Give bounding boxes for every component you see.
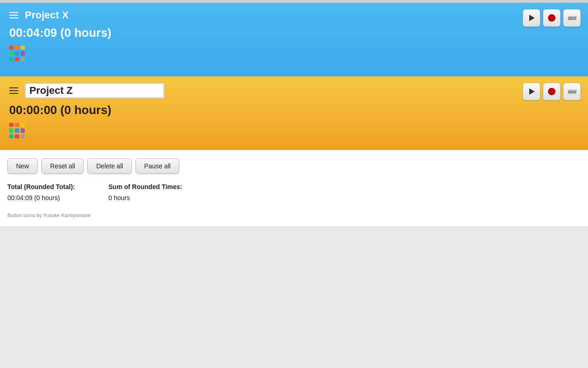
grid-dot [21,123,25,127]
play-icon-2 [529,88,535,95]
hash-icon-1: ### [568,15,577,22]
grid-dot [21,46,25,50]
project-x-title: Project X [25,9,68,21]
grid-dot [15,51,19,55]
hamburger-menu-1[interactable] [7,10,20,20]
grid-dot [15,46,19,50]
play-button-2[interactable] [523,83,540,100]
grid-dot [21,57,25,61]
grid-dot [9,51,13,55]
grid-dot [21,128,25,132]
grid-dot [9,134,13,138]
action-buttons: New Reset all Delete all Pause all [7,158,581,174]
grid-dot [9,128,13,132]
hamburger-menu-2[interactable] [7,86,20,96]
stop-icon-1 [548,14,555,22]
timer-card-project-z: 00:00:00 (0 hours) ### [0,76,588,150]
grid-dot [15,128,19,132]
hash-button-2[interactable]: ### [563,83,581,100]
new-button[interactable]: New [7,158,38,174]
app-grid-2[interactable] [9,123,25,138]
stop-icon-2 [548,88,555,95]
total-value: 00:04:09 (0 hours) [7,194,108,201]
grid-dot [9,57,13,61]
sum-col: Sum of Rounded Times: 0 hours [108,183,209,201]
stop-button-1[interactable] [543,9,560,27]
project-z-title-input[interactable] [25,83,164,98]
grid-dot [21,51,25,55]
card-controls-1: ### [523,9,581,27]
card-header-1: Project X [7,9,581,21]
play-icon-1 [529,15,535,21]
grid-dot [15,123,19,127]
pause-all-button[interactable]: Pause all [136,158,180,174]
total-label: Total (Rounded Total): [7,183,108,190]
hash-icon-2: ### [568,88,577,95]
grid-dot [21,134,25,138]
grid-dot [15,134,19,138]
app-grid-1[interactable] [9,46,25,61]
sum-value: 0 hours [108,194,209,201]
grid-dot [15,57,19,61]
card-header-2 [7,83,581,98]
card-controls-2: ### [523,83,581,100]
totals-section: Total (Rounded Total): 00:04:09 (0 hours… [7,183,581,201]
controls-area: New Reset all Delete all Pause all Total… [0,150,588,226]
sum-label: Sum of Rounded Times: [108,183,209,190]
footer-credit: Button icons by Yusuke Kamiyamane [7,213,581,218]
timer-card-project-x: Project X 00:04:09 (0 hours) ### [0,3,588,76]
project-z-timer: 00:00:00 (0 hours) [9,103,581,117]
total-col: Total (Rounded Total): 00:04:09 (0 hours… [7,183,108,201]
grid-dot [9,46,13,50]
grid-dot [9,123,13,127]
reset-all-button[interactable]: Reset all [41,158,84,174]
delete-all-button[interactable]: Delete all [87,158,131,174]
play-button-1[interactable] [523,9,540,27]
project-x-timer: 00:04:09 (0 hours) [9,26,581,40]
stop-button-2[interactable] [543,83,560,100]
hash-button-1[interactable]: ### [563,9,581,27]
